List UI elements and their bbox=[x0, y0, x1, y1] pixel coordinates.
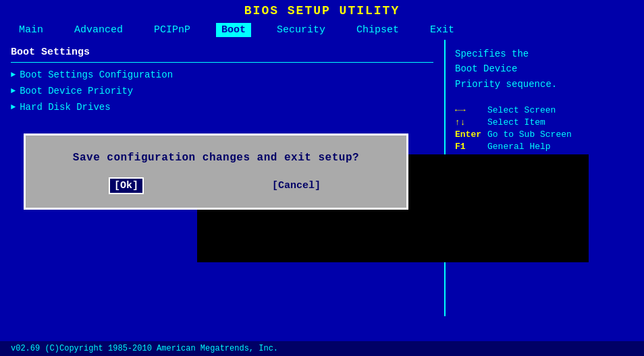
dialog-message: Save configuration changes and exit setu… bbox=[46, 152, 386, 164]
key-f1: F1 bbox=[455, 142, 482, 152]
dialog-box: Save configuration changes and exit setu… bbox=[24, 134, 408, 210]
main-area: Boot Settings ► Boot Settings Configurat… bbox=[0, 40, 644, 316]
key-desc-f1: General Help bbox=[487, 142, 551, 152]
dialog-cancel-button[interactable]: [Cancel] bbox=[269, 179, 323, 193]
dialog-buttons: [Ok] [Cancel] bbox=[46, 177, 386, 194]
bios-title: BIOS SETUP UTILITY bbox=[0, 0, 644, 20]
nav-item-exit[interactable]: Exit bbox=[425, 23, 460, 37]
key-enter: Enter bbox=[455, 129, 482, 140]
nav-bar: Main Advanced PCIPnP Boot Security Chips… bbox=[0, 20, 644, 40]
nav-item-security[interactable]: Security bbox=[271, 23, 331, 37]
key-row-select-screen: ←→ Select Screen bbox=[455, 105, 635, 115]
help-text: Specifies theBoot DevicePriority sequenc… bbox=[455, 47, 635, 92]
key-row-select-item: ↑↓ Select Item bbox=[455, 117, 635, 127]
dialog-ok-button[interactable]: [Ok] bbox=[109, 177, 144, 194]
status-bar: v02.69 (C)Copyright 1985-2010 American M… bbox=[0, 341, 644, 356]
nav-item-advanced[interactable]: Advanced bbox=[69, 23, 128, 37]
status-text: v02.69 (C)Copyright 1985-2010 American M… bbox=[11, 344, 278, 353]
key-row-f1: F1 General Help bbox=[455, 142, 635, 152]
key-arrows-lr: ←→ bbox=[455, 105, 482, 115]
left-panel: Boot Settings ► Boot Settings Configurat… bbox=[0, 40, 446, 316]
key-row-enter: Enter Go to Sub Screen bbox=[455, 129, 635, 140]
nav-item-boot[interactable]: Boot bbox=[216, 23, 251, 37]
nav-item-pcipnp[interactable]: PCIPnP bbox=[149, 23, 196, 37]
key-desc-select-item: Select Item bbox=[487, 117, 545, 127]
key-desc-enter: Go to Sub Screen bbox=[487, 129, 572, 140]
nav-item-main[interactable]: Main bbox=[14, 23, 49, 37]
key-arrows-ud: ↑↓ bbox=[455, 117, 482, 127]
nav-item-chipset[interactable]: Chipset bbox=[351, 23, 404, 37]
dialog-overlay: Save configuration changes and exit setu… bbox=[0, 40, 446, 316]
key-desc-select-screen: Select Screen bbox=[487, 105, 556, 115]
